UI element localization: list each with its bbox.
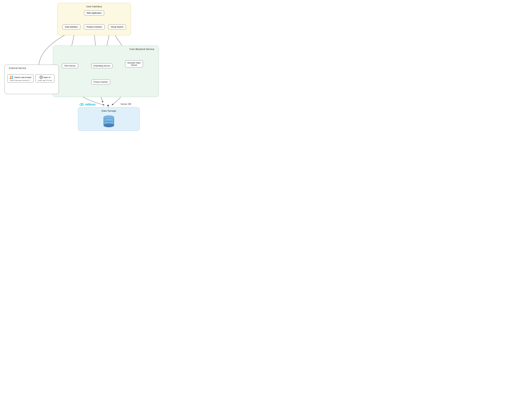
twelvelabs-model: model: Marengo-retrieval-2.7 — [10, 80, 31, 81]
product-insertion-ui-box: Product Insertion — [84, 24, 105, 29]
twelvelabs-box: Twelve Labs Embed model: Marengo-retriev… — [7, 74, 33, 83]
ui-children-row: Chat Interface Product Insertion Visual … — [57, 24, 131, 29]
embedding-box: Embedding Service — [91, 63, 112, 68]
openai-service: Open AI model: gpt-3.5-turbo — [35, 74, 54, 83]
ui-title: User Interface — [86, 5, 102, 8]
main-app-box: Main Application — [84, 10, 104, 15]
openai-box: Open AI model: gpt-3.5-turbo — [35, 74, 54, 83]
openai-icon — [39, 76, 43, 79]
product-insertion-backend-box: Product Insertion — [91, 80, 110, 84]
chat-interface-box: Chat Interface — [62, 24, 80, 29]
storage-container: Data Storage — [78, 107, 140, 131]
main-app-label: Main Application — [84, 10, 104, 15]
database-icon — [103, 115, 115, 129]
milvus-icon — [79, 103, 84, 106]
rag-box: RAG Service — [62, 63, 78, 68]
external-container: External Service Twelve Labs Embed — [4, 65, 59, 94]
openai-model: model: gpt-3.5-turbo — [38, 80, 52, 81]
backend-container: Core Backend Service RAG Service Embeddi… — [53, 46, 159, 97]
external-title: External Service — [9, 67, 26, 69]
rag-label: RAG Service — [62, 63, 78, 68]
diagram: User Interface Main Application Chat Int… — [0, 0, 177, 135]
twelvelabs-service: Twelve Labs Embed model: Marengo-retriev… — [7, 74, 33, 83]
visual-search-box: Visual Search — [108, 24, 126, 29]
openai-name: Open AI — [44, 76, 51, 78]
milvus-text: milvus — [85, 103, 95, 106]
svg-point-19 — [82, 104, 82, 105]
ui-container: User Interface Main Application Chat Int… — [57, 3, 131, 35]
svg-point-14 — [107, 105, 109, 106]
embedding-label: Embedding Service — [91, 63, 112, 68]
twelvelabs-name: Twelve Labs Embed — [14, 76, 31, 78]
storage-title: Data Storage — [101, 109, 116, 112]
vector-db-text: Vector DB — [120, 103, 131, 106]
twelvelabs-icon — [10, 76, 13, 79]
milvus-label: milvus — [79, 103, 95, 106]
semantic-label: Semantic Video Search — [125, 60, 143, 68]
product-insertion-backend-label: Product Insertion — [91, 80, 110, 84]
backend-title: Core Backend Service — [129, 48, 154, 51]
semantic-box: Semantic Video Search — [125, 60, 143, 68]
